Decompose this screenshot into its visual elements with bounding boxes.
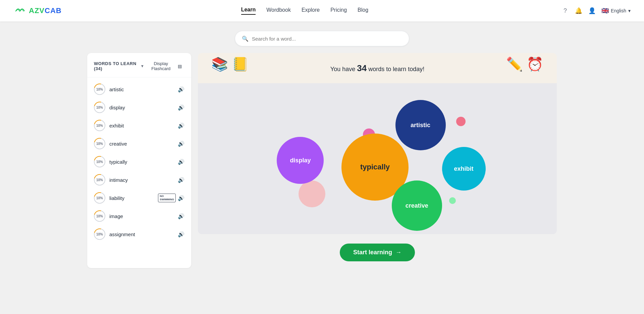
display-flashcard-label: Display Flashcard [146, 61, 176, 71]
word-label: exhibit [109, 123, 178, 128]
language-selector[interactable]: 🇬🇧 English ▾ [601, 7, 631, 14]
word-badge: 10% [94, 210, 105, 222]
left-panel: WORDS TO LEARN (34) ▾ Display Flashcard … [87, 53, 191, 268]
start-learning-arrow-icon: → [395, 249, 401, 256]
nav-learn[interactable]: Learn [241, 7, 256, 15]
header: AZVCAB Learn Wordbook Explore Pricing Bl… [0, 0, 644, 21]
word-label: assignment [109, 231, 178, 237]
panel-title-text: WORDS TO LEARN (34) [94, 61, 139, 71]
search-input[interactable] [252, 36, 402, 42]
banner: 📚 📒 You have 34 words to learn today! ✏️… [198, 53, 557, 83]
bubble-creative-label: creative [403, 200, 431, 212]
banner-count: 34 [357, 63, 367, 73]
sound-icon[interactable]: 🔊 [178, 159, 184, 165]
panel-title[interactable]: WORDS TO LEARN (34) ▾ [94, 61, 144, 71]
language-label: English [611, 8, 626, 13]
word-badge: 10% [94, 192, 105, 204]
panel-header: WORDS TO LEARN (34) ▾ Display Flashcard … [87, 60, 191, 77]
banner-text: You have 34 words to learn today! [330, 63, 424, 73]
word-item[interactable]: 10% exhibit 🔊 [87, 116, 191, 135]
word-label: image [109, 213, 178, 219]
bubble-exhibit-label: exhibit [451, 163, 476, 175]
start-learning-button[interactable]: Start learning → [340, 244, 415, 261]
bubble-creative[interactable]: creative [392, 180, 442, 231]
search-bar: 🔍 [235, 31, 409, 46]
word-label: liability [109, 195, 158, 201]
sound-icon[interactable]: 🔊 [178, 231, 184, 238]
bubble-artistic[interactable]: artistic [395, 100, 446, 150]
word-item[interactable]: 10% image 🔊 [87, 207, 191, 225]
bubble-decoration-2 [456, 117, 466, 126]
header-right: ? 🔔 👤 🇬🇧 English ▾ [561, 7, 631, 15]
sound-icon[interactable]: 🔊 [178, 195, 184, 201]
chevron-icon: ▾ [141, 64, 144, 68]
search-icon: 🔍 [242, 36, 249, 42]
word-label: artistic [109, 87, 178, 92]
sound-icon[interactable]: 🔊 [178, 122, 184, 129]
banner-deco-right: ✏️ ⏰ [506, 56, 543, 72]
word-label: typically [109, 159, 178, 165]
word-item[interactable]: 10% display 🔊 [87, 98, 191, 116]
sound-icon[interactable]: 🔊 [178, 213, 184, 219]
nav-explore[interactable]: Explore [302, 7, 320, 14]
start-learning-label: Start learning [353, 249, 392, 256]
word-badge: 10% [94, 156, 105, 167]
banner-suffix: words to learn today! [367, 66, 424, 72]
bubble-display-label: display [287, 154, 313, 167]
word-item[interactable]: 10% creative 🔊 [87, 135, 191, 153]
word-list: 10% artistic 🔊 10% display 🔊 10% exhibit… [87, 77, 191, 246]
action-area: Start learning → [198, 234, 557, 268]
banner-deco-left: 📚 📒 [211, 56, 249, 72]
word-badge: 10% [94, 228, 105, 240]
bubble-typically-label: typically [358, 160, 392, 174]
sound-icon[interactable]: 🔊 [178, 141, 184, 147]
flag-icon: 🇬🇧 [601, 7, 609, 14]
word-label: display [109, 105, 178, 110]
word-item[interactable]: 10% intimacy 🔊 [87, 171, 191, 189]
word-item[interactable]: 10% assignment 🔊 [87, 225, 191, 243]
flashcard-icon: ▤ [178, 64, 182, 69]
chevron-down-icon: ▾ [628, 8, 631, 13]
word-item[interactable]: 10% typically 🔊 [87, 153, 191, 171]
bubble-exhibit[interactable]: exhibit [442, 147, 486, 191]
sound-icon[interactable]: 🔊 [178, 177, 184, 183]
nav-blog[interactable]: Blog [358, 7, 368, 14]
nav: Learn Wordbook Explore Pricing Blog [48, 7, 561, 15]
search-container: 🔍 [0, 21, 644, 53]
nav-pricing[interactable]: Pricing [330, 7, 347, 14]
right-panel: 📚 📒 You have 34 words to learn today! ✏️… [198, 53, 557, 268]
bubble-decoration-3 [299, 180, 325, 207]
word-badge: 10% [94, 174, 105, 186]
bubble-chart: artistic typically display exhibit creat… [198, 83, 557, 234]
word-label: creative [109, 141, 178, 147]
word-badge: 10% [94, 84, 105, 95]
main-content: WORDS TO LEARN (34) ▾ Display Flashcard … [0, 53, 644, 268]
help-icon[interactable]: ? [561, 7, 569, 15]
display-flashcard-button[interactable]: Display Flashcard ▤ [144, 60, 184, 72]
nav-wordbook[interactable]: Wordbook [266, 7, 291, 14]
notifications-icon[interactable]: 🔔 [575, 7, 583, 15]
bubble-decoration-4 [449, 197, 456, 204]
word-badge: 10% [94, 120, 105, 131]
word-item[interactable]: 10% liability NOSWIMMING 🔊 [87, 189, 191, 207]
sound-icon[interactable]: 🔊 [178, 86, 184, 93]
word-label: intimacy [109, 177, 178, 183]
bubble-display[interactable]: display [277, 137, 324, 184]
bubble-artistic-label: artistic [408, 119, 433, 132]
sound-icon[interactable]: 🔊 [178, 104, 184, 111]
word-item[interactable]: 10% artistic 🔊 [87, 80, 191, 98]
word-badge: 10% [94, 102, 105, 113]
no-swim-badge: NOSWIMMING [158, 194, 176, 202]
user-icon[interactable]: 👤 [588, 7, 596, 15]
word-badge: 10% [94, 138, 105, 149]
banner-prefix: You have [330, 66, 357, 72]
